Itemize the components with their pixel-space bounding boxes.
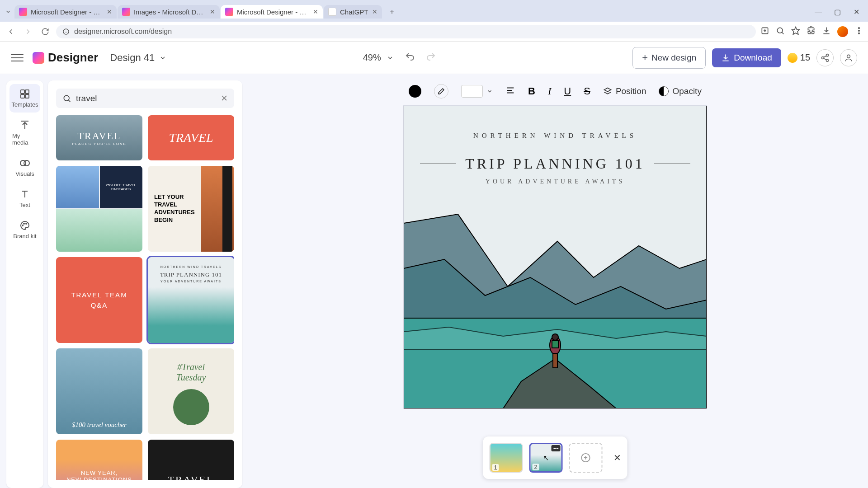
search-input[interactable] <box>76 94 216 103</box>
menu-button[interactable] <box>11 54 24 61</box>
close-tray-button[interactable]: ✕ <box>613 452 621 463</box>
undo-button[interactable] <box>405 52 415 64</box>
download-button[interactable]: Download <box>712 48 781 67</box>
canvas-tagline-text[interactable]: YOUR ADVENTURE AWAITS <box>404 178 707 185</box>
share-button[interactable] <box>816 49 834 66</box>
rail-templates[interactable]: Templates <box>9 84 40 113</box>
install-app-icon[interactable] <box>760 26 769 37</box>
chevron-down-icon <box>159 54 166 61</box>
position-button[interactable]: Position <box>603 86 646 96</box>
template-card[interactable]: TRAVEL TEAM Q&A <box>56 257 142 343</box>
add-page-button[interactable] <box>569 443 603 473</box>
credits-display[interactable]: 15 <box>788 52 810 63</box>
svg-line-18 <box>824 56 826 57</box>
downloads-icon[interactable] <box>822 26 831 37</box>
template-card[interactable]: $100 travel voucher <box>56 348 142 434</box>
template-card-selected[interactable]: NORTHERN WIND TRAVELS TRIP PLANNING 101 … <box>148 257 234 343</box>
card-title: #Travel <box>177 362 205 372</box>
new-design-button[interactable]: + New design <box>632 47 706 69</box>
rail-visuals[interactable]: Visuals <box>9 153 40 182</box>
browser-tab-active[interactable]: Microsoft Designer - Stunning ✕ <box>221 5 323 19</box>
fill-swatch <box>461 85 483 98</box>
align-button[interactable] <box>505 85 515 97</box>
chevron-down-icon <box>387 54 394 61</box>
card-title: $100 travel voucher <box>72 421 127 429</box>
close-icon[interactable]: ✕ <box>313 8 318 15</box>
rail-my-media[interactable]: My media <box>9 115 40 150</box>
template-card[interactable]: LET YOUR TRAVEL ADVENTURES BEGIN <box>148 166 234 252</box>
url-text: designer.microsoft.com/design <box>74 28 172 36</box>
svg-rect-21 <box>21 90 24 94</box>
italic-button[interactable]: I <box>548 85 551 97</box>
template-card[interactable]: TRAVEL PLACES YOU'LL LOVE <box>56 115 142 160</box>
card-badge: 25% OFF TRAVEL PACKAGES <box>100 166 143 208</box>
search-box[interactable]: ✕ <box>56 89 234 108</box>
template-card[interactable]: TRAVEL <box>148 115 234 160</box>
redo-button[interactable] <box>425 52 436 64</box>
clear-search-icon[interactable]: ✕ <box>221 93 228 103</box>
card-title: LET YOUR TRAVEL ADVENTURES BEGIN <box>154 193 195 224</box>
document-name[interactable]: Design 41 <box>110 52 166 64</box>
svg-point-17 <box>826 59 829 61</box>
page-thumbnail-1[interactable]: 1 <box>490 443 523 473</box>
close-icon[interactable]: ✕ <box>372 8 377 15</box>
reload-button[interactable] <box>39 25 52 38</box>
svg-line-35 <box>68 100 70 102</box>
svg-point-33 <box>26 223 27 224</box>
address-bar[interactable]: designer.microsoft.com/design <box>56 25 756 38</box>
extensions-icon[interactable] <box>807 26 816 37</box>
page-number: 1 <box>492 464 499 471</box>
svg-point-12 <box>859 33 860 34</box>
page-number: 2 <box>533 464 539 470</box>
browser-tab[interactable]: ChatGPT ✕ <box>324 5 382 19</box>
template-card[interactable]: NEW YEAR, NEW DESTINATIONS <box>56 440 142 480</box>
close-icon[interactable]: ✕ <box>107 8 112 15</box>
canvas-brand-text[interactable]: NORTHERN WIND TRAVELS <box>404 132 707 140</box>
page-thumbnail-2[interactable]: ••• 2 ↖ <box>529 443 563 473</box>
underline-button[interactable]: U <box>564 85 571 97</box>
svg-point-11 <box>859 30 860 31</box>
design-canvas[interactable]: NORTHERN WIND TRAVELS TRIP PLANNING 101 … <box>404 106 707 408</box>
close-window-button[interactable]: ✕ <box>847 5 865 19</box>
rail-text[interactable]: Text <box>9 184 40 213</box>
template-grid[interactable]: TRAVEL PLACES YOU'LL LOVE TRAVEL 25% OFF… <box>56 115 234 480</box>
bold-button[interactable]: B <box>528 85 535 97</box>
canvas-title-text[interactable]: TRIP PLANNING 101 <box>465 155 645 172</box>
bookmark-icon[interactable] <box>791 26 800 37</box>
zoom-control[interactable]: 49% <box>363 52 394 63</box>
card-title: TRIP PLANNING 101 <box>160 271 222 278</box>
account-button[interactable] <box>840 49 857 66</box>
edit-color-button[interactable] <box>434 84 448 99</box>
new-tab-button[interactable]: ＋ <box>386 5 398 18</box>
opacity-button[interactable]: Opacity <box>659 86 701 96</box>
forward-button[interactable] <box>22 25 34 38</box>
browser-tab[interactable]: Images - Microsoft Designer ✕ <box>118 5 220 19</box>
fill-dropdown[interactable] <box>461 85 493 98</box>
template-card[interactable]: #Travel Tuesday <box>148 348 234 434</box>
rail-label: Brand kit <box>13 233 36 239</box>
maximize-button[interactable]: ▢ <box>828 5 846 19</box>
browser-tab[interactable]: Microsoft Designer - Stunning ✕ <box>14 5 117 19</box>
app-name: Designer <box>48 51 98 65</box>
templates-icon <box>19 89 30 99</box>
menu-icon[interactable] <box>854 26 863 37</box>
designer-logo[interactable]: Designer <box>33 51 98 65</box>
svg-marker-39 <box>604 88 611 92</box>
new-design-label: New design <box>651 53 696 63</box>
zoom-icon[interactable] <box>776 26 785 37</box>
svg-point-16 <box>822 56 824 59</box>
page-options-icon[interactable]: ••• <box>552 445 561 451</box>
rail-label: Visuals <box>15 170 34 177</box>
close-icon[interactable]: ✕ <box>210 8 215 15</box>
back-button[interactable] <box>5 25 17 38</box>
card-title: TRAVEL <box>78 130 121 142</box>
text-color-swatch[interactable] <box>409 85 421 98</box>
tab-list-dropdown[interactable] <box>3 6 14 17</box>
template-card[interactable]: 25% OFF TRAVEL PACKAGES <box>56 166 142 252</box>
template-card[interactable]: TRAVEL <box>148 440 234 480</box>
text-icon <box>19 189 30 200</box>
rail-brand-kit[interactable]: Brand kit <box>9 216 40 244</box>
profile-avatar[interactable] <box>837 26 848 37</box>
minimize-button[interactable]: — <box>809 5 827 19</box>
strikethrough-button[interactable]: S <box>584 85 590 97</box>
